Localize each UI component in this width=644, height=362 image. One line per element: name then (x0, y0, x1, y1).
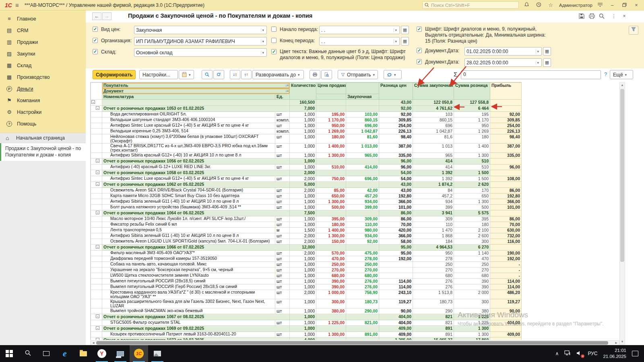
purchase-price-cell[interactable]: 399,00 (346, 205, 379, 210)
unit-cell[interactable]: шт (275, 233, 290, 239)
sum-retail-cell[interactable]: 250 (454, 262, 490, 267)
group-price-cell[interactable] (316, 158, 346, 165)
tree-cell[interactable] (91, 222, 102, 228)
nomenclature-row[interactable]: Масло моторное 10/40 Люкс Лукойл 1л. п/с… (91, 216, 522, 222)
tree-cell[interactable] (91, 239, 102, 245)
profit-cell[interactable]: 119,27 (490, 299, 522, 309)
sum-purchase-cell[interactable]: 860,15 (413, 117, 454, 123)
price-diff-cell[interactable]: 192,00 (379, 256, 413, 262)
profit-cell[interactable]: 226,13 (490, 129, 522, 134)
total-qty-cell[interactable]: 160,500 (290, 100, 316, 106)
sum-purchase-cell[interactable]: 278 (413, 256, 454, 262)
unit-cell[interactable]: шт (275, 251, 290, 256)
sale-price-cell[interactable]: 510,00 (316, 165, 346, 170)
collapse-expander-icon[interactable]: - (96, 326, 99, 330)
sum-retail-cell[interactable]: 1 170 (454, 117, 490, 123)
tree-cell[interactable]: - (91, 337, 102, 340)
column-header-sum-purchase[interactable]: Сумма закупочная (413, 83, 454, 100)
profit-cell[interactable]: 90,00 (490, 309, 522, 314)
nomenclature-cell[interactable]: Фильтр масляный ЗМЗ 405-409 ОАО"УАЗ"* (102, 251, 275, 256)
group-profit-cell[interactable] (490, 337, 522, 340)
price-diff-cell[interactable] (379, 273, 413, 279)
price-diff-cell[interactable]: 54,00 (379, 176, 413, 182)
sum-retail-cell[interactable]: 1 300 (454, 199, 490, 205)
nomenclature-cell[interactable]: Освежитель Areon LIGUID LUX SPORT/Gold (… (102, 239, 275, 245)
nomenclature-cell[interactable]: Вымпел пятиугольный РОССИЯ (28х18,5) син… (102, 279, 275, 284)
chevron-down-icon[interactable]: ▾ (261, 28, 265, 32)
nomenclature-row[interactable]: Антифриз Sibiria зеленый G11 (-40) 10 кг… (91, 199, 522, 205)
sum-retail-cell[interactable]: 680 (454, 273, 490, 279)
profit-cell[interactable]: 86,00 (490, 188, 522, 193)
qty-cell[interactable]: 1,000 (290, 309, 316, 314)
column-header-price-diff[interactable]: Разница цен (379, 83, 413, 100)
qty-cell[interactable]: 1,000 (290, 284, 316, 290)
tree-cell[interactable] (91, 193, 102, 199)
profit-cell[interactable]: 409,00 (490, 332, 522, 337)
sale-price-cell[interactable]: 85,00 (316, 188, 346, 193)
price-diff-cell[interactable]: 243,10 (379, 290, 413, 299)
sale-price-cell[interactable]: 300,00 (316, 299, 346, 309)
scroll-up-icon[interactable]: ▲ (620, 83, 625, 87)
sum-purchase-cell[interactable]: 399 (413, 205, 454, 210)
sale-price-cell[interactable]: 150,00 (316, 239, 346, 245)
user-menu-icon[interactable] (596, 2, 605, 8)
nomenclature-row[interactable]: Крестовина карданного вала УАЗ/Га*Z " (d… (91, 290, 522, 299)
tree-cell[interactable] (91, 267, 102, 273)
group-sum-retail-cell[interactable]: 17 860 (454, 337, 490, 340)
sale-price-cell[interactable]: 390,00 (316, 279, 346, 284)
checkbox-checked[interactable]: ✓ (93, 49, 98, 54)
chevron-down-icon[interactable]: ▾ (394, 28, 398, 32)
sum-purchase-cell[interactable]: 184 (413, 239, 454, 245)
tree-cell[interactable] (91, 176, 102, 182)
sale-price-cell[interactable]: 570,00 (316, 251, 346, 256)
purchase-price-cell[interactable]: 756,90 (346, 290, 379, 299)
group-qty-cell[interactable]: 2,000 (290, 170, 316, 176)
sale-price-cell[interactable]: 470,00 (316, 256, 346, 262)
sum-purchase-cell[interactable]: 1 868 (413, 233, 454, 239)
profit-cell[interactable]: 108,00 (490, 176, 522, 182)
taskbar-task-view-button[interactable] (37, 345, 56, 362)
price-diff-cell[interactable]: 309,85 (379, 117, 413, 123)
price-diff-cell[interactable]: 254,00 (379, 123, 413, 129)
purchase-price-cell[interactable]: 980,00 (346, 228, 379, 233)
sale-price-cell[interactable]: 650,00 (316, 193, 346, 199)
save-icon[interactable] (578, 13, 586, 20)
group-price-cell[interactable] (316, 170, 346, 176)
nomenclature-cell[interactable]: Антифриз Sintec Luxe красный G12+ (-40) … (102, 176, 275, 182)
purchase-price-cell[interactable]: 965,00 (346, 153, 379, 158)
group-title-cell[interactable]: Отчет о розничных продажах 1058 от 03.02… (102, 170, 290, 176)
history-icon[interactable] (534, 2, 543, 8)
horizontal-scroll-thumb[interactable] (96, 341, 608, 345)
tree-cell[interactable] (91, 309, 102, 314)
sum-retail-cell[interactable]: 510 (454, 165, 490, 170)
qty-cell[interactable]: 1,000 (290, 117, 316, 123)
group-qty-cell[interactable]: 12,000 (290, 245, 316, 251)
purchase-price-cell[interactable]: 270,00 (346, 267, 379, 273)
sale-price-cell[interactable]: 1 300,00 (316, 153, 346, 158)
group-sum-retail-cell[interactable]: 1 300 (454, 326, 490, 332)
document-group-row[interactable]: -Отчет о розничных продажах 1069 от 09.0… (91, 326, 522, 332)
group-purchase-cell[interactable] (346, 182, 379, 188)
purchase-price-cell[interactable]: 309,00 (346, 216, 379, 222)
nomenclature-row[interactable]: Антифриз Sibiria зеленый G11 (-40) 10 кг… (91, 233, 522, 239)
tree-cell[interactable] (91, 228, 102, 233)
tree-cell[interactable] (91, 199, 102, 205)
sidebar-item-money[interactable]: РДеньги (0, 83, 86, 95)
price-diff-cell[interactable]: 92,00 (379, 112, 413, 117)
sum-retail-cell[interactable]: 1 140 (454, 251, 490, 256)
generate-button[interactable]: Сформировать (93, 70, 136, 79)
sum-purchase-cell[interactable]: 270 (413, 267, 454, 273)
sum-purchase-cell[interactable]: 309 (413, 216, 454, 222)
nomenclature-row[interactable]: Карта памяти Micro 32GB SDHC Smart Buy C… (91, 193, 522, 199)
sum-purchase-cell[interactable]: 110 (413, 222, 454, 228)
purchase-price-cell[interactable]: 696,00 (346, 176, 379, 182)
group-sum-retail-cell[interactable]: 6 270 (454, 245, 490, 251)
filter-value-field[interactable]: 01.02.2025 0:00:00▾ (464, 47, 542, 56)
group-price-cell[interactable] (316, 245, 346, 251)
print-preview-button[interactable] (321, 70, 332, 79)
qty-cell[interactable]: 2,000 (290, 176, 316, 182)
sale-price-cell[interactable]: 950,00 (316, 123, 346, 129)
qty-cell[interactable]: 1,000 (290, 205, 316, 210)
tree-cell[interactable] (91, 290, 102, 299)
nomenclature-cell[interactable]: STGC5005 Фильтр осушителя STAL (102, 320, 275, 326)
